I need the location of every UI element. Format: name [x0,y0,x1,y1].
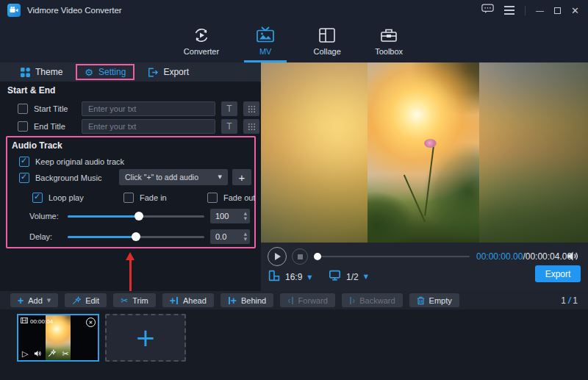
fade-in-checkbox[interactable] [123,193,134,203]
feedback-icon[interactable] [481,4,494,17]
delay-row: Delay: 0.0 ▲▼ [29,230,250,243]
play-button[interactable] [268,247,287,266]
fade-out-checkbox[interactable] [207,193,218,203]
panel-tab-bar: Theme ⚙ Setting Export [0,62,261,82]
tab-collage[interactable]: Collage [306,24,348,62]
start-title-label: Start Title [34,104,76,113]
add-audio-button[interactable]: + [232,169,251,185]
empty-button[interactable]: Empty [409,293,459,307]
audio-dropdown-text: Click "+" to add audio [125,173,214,182]
seek-bar[interactable] [314,252,470,261]
start-title-checkbox[interactable] [18,104,28,114]
close-button[interactable]: ✕ [571,6,579,15]
plus-icon: + [18,295,24,306]
page-chevron-down-icon: ▼ [364,273,368,280]
end-title-row: End Title T [18,119,259,134]
ahead-button[interactable]: + Ahead [162,293,214,307]
forward-button[interactable]: ‹ Forward [280,293,335,307]
collage-icon [318,24,336,44]
menu-icon[interactable] [504,6,514,15]
volume-slider[interactable] [68,211,204,221]
end-title-font-button[interactable]: T [221,119,237,134]
backward-button[interactable]: › Backward [342,293,403,307]
loop-play-checkbox[interactable] [32,193,43,203]
edit-button[interactable]: Edit [65,293,107,307]
loop-play-label: Loop play [49,193,84,202]
tab-theme[interactable]: Theme [12,65,71,79]
volume-value-box: 100 ▲▼ [210,209,250,223]
time-current: 00:00:00.00 [476,251,523,262]
keep-audio-label: Keep original audio track [35,157,124,166]
app-logo-icon [7,4,21,17]
tab-setting[interactable]: ⚙ Setting [76,64,135,80]
app-title: Vidmore Video Converter [27,6,122,15]
theme-icon [21,68,30,77]
export-button[interactable]: Export [535,265,581,282]
clip-trim-icon[interactable]: ✂ [62,349,68,359]
toolbox-icon [380,24,398,44]
clip-volume-icon[interactable] [34,350,42,359]
magic-wand-icon [72,296,81,305]
end-title-checkbox[interactable] [18,121,28,132]
start-title-position-button[interactable] [243,101,259,116]
minimize-button[interactable]: — [536,7,544,15]
volume-label: Volume: [29,212,62,221]
add-button[interactable]: + Add ▼ [10,293,58,307]
stop-button[interactable] [292,248,308,265]
audio-file-dropdown[interactable]: Click "+" to add audio ▼ [119,169,228,185]
volume-mute-icon[interactable] [567,251,579,265]
seek-handle[interactable] [314,253,321,260]
fade-out-option: Fade out [207,191,255,204]
titlebar-separator [525,6,526,15]
tab-converter-label: Converter [184,47,219,56]
video-clip-thumbnail[interactable]: 00:00:04 ✕ ▷ ✂ [17,314,99,362]
keep-audio-checkbox[interactable] [19,157,29,167]
background-music-checkbox[interactable] [19,173,29,183]
behind-button[interactable]: + Behind [220,293,273,307]
video-preview[interactable] [261,62,588,243]
clip-edit-icon[interactable] [48,349,56,359]
timeline-toolbar: + Add ▼ Edit ✂ Trim + Ahead + Behind ‹ F… [0,291,588,309]
audio-track-title: Audio Track [12,140,62,151]
delay-value[interactable]: 0.0 [210,232,244,241]
aspect-ratio-value: 16:9 [285,272,302,282]
tab-export[interactable]: Export [139,65,198,79]
fade-out-label: Fade out [223,193,255,202]
end-title-input[interactable] [82,119,215,134]
aspect-ratio-control[interactable]: 16:9 ▼ [268,270,312,284]
trim-button[interactable]: ✂ Trim [113,293,156,307]
clip-page-indicator: 1/1 [561,295,578,306]
time-total: 00:00:04.00 [526,251,572,262]
background-music-row: Background Music [19,171,102,184]
tab-toolbox-label: Toolbox [375,47,403,56]
end-title-position-button[interactable] [243,119,259,134]
insert-behind-icon: + [228,295,237,306]
tab-toolbox[interactable]: Toolbox [368,24,410,62]
remove-clip-icon[interactable]: ✕ [86,318,96,327]
maximize-button[interactable] [554,7,561,14]
volume-stepper[interactable]: ▲▼ [244,212,250,221]
mv-icon [256,24,275,44]
preview-page-control[interactable]: 1/2 ▼ [329,270,368,284]
start-title-input[interactable] [82,101,215,116]
player-controls: 00:00:00.00/00:00:04.00 16:9 ▼ 1/2 ▼ Exp… [261,243,588,291]
clip-duration: 00:00:04 [30,318,53,325]
tab-mv[interactable]: MV [244,24,287,62]
move-backward-icon: › [349,295,355,305]
add-clip-slot[interactable]: + [105,314,186,362]
aspect-chevron-down-icon: ▼ [307,274,312,281]
tab-mv-label: MV [259,47,272,56]
start-title-font-button[interactable]: T [221,101,237,116]
title-bar: Vidmore Video Converter — ✕ [0,0,588,21]
delay-stepper[interactable]: ▲▼ [244,232,250,241]
audio-track-section: Audio Track Keep original audio track Ba… [6,136,256,248]
tab-converter[interactable]: Converter [178,24,225,62]
start-title-row: Start Title T [18,101,259,116]
tab-setting-label: Setting [98,67,126,77]
keep-audio-row: Keep original audio track [19,155,124,168]
delay-slider[interactable] [68,232,204,242]
main-nav: Converter MV Collage Toolbox [0,21,588,62]
tab-collage-label: Collage [313,47,340,56]
clip-play-icon[interactable]: ▷ [22,349,28,359]
volume-value[interactable]: 100 [210,212,244,221]
